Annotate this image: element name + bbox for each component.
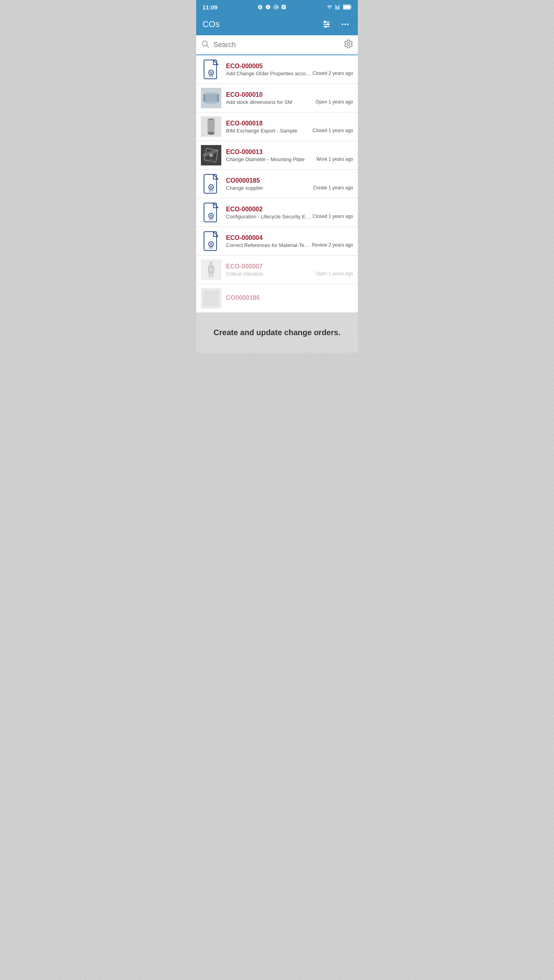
svg-rect-2 [350,6,351,8]
app-bar: COs [196,14,358,35]
item-desc-row: Configuration - Lifecycle Security Ed… C… [226,214,353,220]
gear-status-icon [257,4,263,10]
item-meta: Closed 2 years ago [313,71,353,76]
item-thumbnail [201,202,221,223]
list-item[interactable]: ECO-000010 Add stock dimensions for SM O… [196,84,358,113]
svg-point-35 [210,214,212,217]
svg-point-13 [202,41,208,46]
search-icon [201,40,210,50]
item-id: ECO-000007 [226,263,353,270]
item-desc-row: Change supplier Create 1 years ago [226,185,353,191]
more-icon [341,20,350,29]
item-meta: Closed 1 years ago [313,214,353,219]
item-description: Correct References for Material-Text… [226,242,310,248]
list-item[interactable]: ECO-000007 Critical Vibration Open 1 yea… [196,256,358,284]
svg-rect-42 [209,273,211,278]
item-thumbnail [201,116,221,137]
item-desc-row: Critical Vibration Open 1 years ago [226,271,353,277]
item-description: Change Diameter - Mounting Plate [226,156,315,162]
at-status-icon [273,4,279,10]
list-item[interactable]: ECO-000018 BIM Exchange Export - Sample … [196,113,358,141]
list-item[interactable]: ECO-000002 Configuration - Lifecycle Sec… [196,198,358,227]
item-thumbnail [201,88,221,108]
search-input[interactable] [213,41,344,49]
more-button[interactable] [339,18,352,31]
status-system-icons [257,4,286,10]
item-id: ECO-000004 [226,234,353,241]
list-item[interactable]: ECO-000013 Change Diameter - Mounting Pl… [196,141,358,170]
item-thumbnail [201,174,221,194]
item-description: Critical Vibration [226,271,314,277]
svg-rect-38 [209,247,213,249]
item-content: ECO-000010 Add stock dimensions for SM O… [226,91,353,105]
item-meta: Open 1 years ago [316,271,353,276]
svg-point-9 [325,26,326,27]
svg-point-7 [324,21,326,23]
item-thumbnail [201,260,221,280]
item-desc-row: BIM Exchange Export - Sample Closed 1 ye… [226,128,353,134]
svg-point-10 [342,24,343,25]
svg-rect-3 [343,5,350,9]
item-thumbnail [201,145,221,165]
item-meta: Closed 1 years ago [313,128,353,133]
item-id: ECO-000018 [226,120,353,127]
item-content: ECO-000013 Change Diameter - Mounting Pl… [226,149,353,162]
svg-rect-20 [205,92,217,104]
status-right-icons [326,4,352,10]
svg-rect-22 [208,120,215,133]
item-id: CO0000186 [226,294,353,301]
search-bar [196,35,358,55]
svg-rect-27 [209,159,213,163]
svg-point-44 [210,268,213,271]
change-orders-list: ECO-000005 Add Change Order Properties a… [196,55,358,312]
item-desc-row: Change Diameter - Mounting Plate Work 1 … [226,156,353,162]
item-desc-row: Correct References for Material-Text… Re… [226,242,353,248]
status-time: 11:09 [202,4,217,11]
filter-icon [322,20,331,29]
svg-point-18 [210,71,212,74]
svg-rect-30 [209,189,213,192]
item-meta: Create 1 years ago [313,185,353,191]
bottom-tagline: Create and update change orders. [206,328,348,337]
list-item[interactable]: CO0000186 [196,284,358,312]
item-id: ECO-000010 [226,91,353,98]
clipboard-status-icon [281,4,286,10]
item-content: ECO-000002 Configuration - Lifecycle Sec… [226,206,353,220]
svg-line-14 [207,45,209,47]
search-settings-icon[interactable] [344,39,353,51]
item-id: ECO-000002 [226,206,353,213]
signal-icon [335,4,341,10]
svg-point-8 [327,24,329,25]
svg-point-11 [344,24,346,25]
svg-point-23 [208,132,215,135]
svg-rect-34 [209,218,213,220]
filter-button[interactable] [320,18,333,31]
item-content: ECO-000005 Add Change Order Properties a… [226,63,353,76]
item-meta: Review 2 years ago [312,242,353,248]
play-status-icon [265,4,271,10]
item-content: CO0000185 Change supplier Create 1 years… [226,177,353,191]
status-left: 11:09 [202,4,217,11]
item-description: Change supplier [226,185,312,191]
item-meta: Work 1 years ago [316,156,353,162]
app-title: COs [202,19,220,29]
item-desc-row: Add Change Order Properties accord… Clos… [226,71,353,76]
item-thumbnail [201,288,221,309]
wifi-icon [326,4,333,10]
item-content: ECO-000004 Correct References for Materi… [226,234,353,248]
list-item[interactable]: ECO-000005 Add Change Order Properties a… [196,55,358,84]
list-item[interactable]: ECO-000004 Correct References for Materi… [196,227,358,256]
item-description: Add stock dimensions for SM [226,99,314,105]
battery-icon [343,4,352,10]
item-desc-row: Add stock dimensions for SM Open 1 years… [226,99,353,105]
app-bar-actions [320,18,352,31]
item-content: CO0000186 [226,294,353,302]
svg-rect-17 [209,75,213,77]
item-description: BIM Exchange Export - Sample [226,128,311,134]
item-id: ECO-000005 [226,63,353,70]
bottom-section: Create and update change orders. [196,312,358,353]
svg-point-31 [210,186,212,188]
phone-wrapper: 11:09 [196,0,358,353]
item-content: ECO-000007 Critical Vibration Open 1 yea… [226,263,353,277]
list-item[interactable]: CO0000185 Change supplier Create 1 years… [196,170,358,198]
